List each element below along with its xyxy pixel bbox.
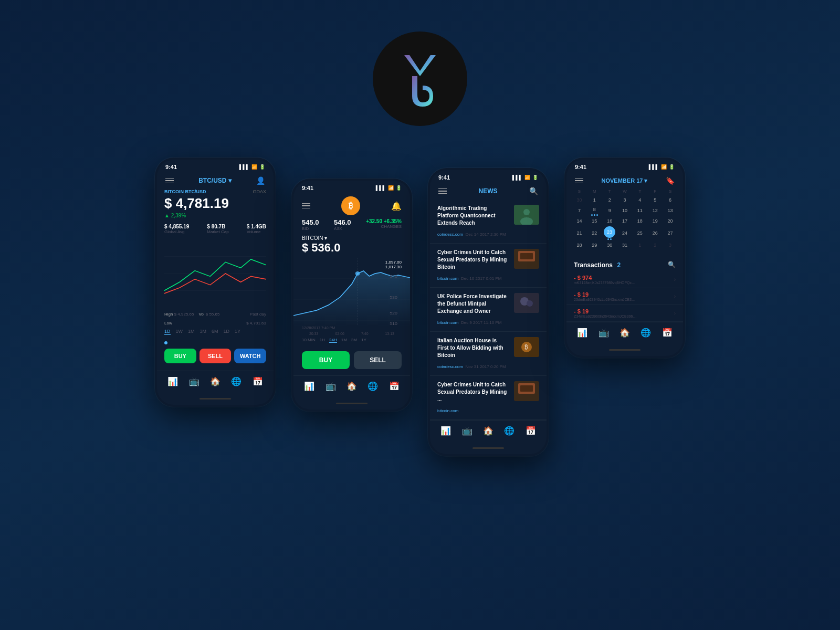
- phone2-btc-icon: ₿: [341, 196, 360, 215]
- phone3-nav-chart[interactable]: 📊: [440, 426, 451, 436]
- phone4-nav-globe[interactable]: 🌐: [640, 328, 651, 338]
- phone1-coin-name: BITCOIN BTC/USD: [164, 189, 206, 194]
- phone3-nav-tv[interactable]: 📺: [462, 426, 472, 436]
- phone2-menu-icon[interactable]: [302, 203, 310, 209]
- phone1-low-label: Low: [164, 321, 172, 326]
- phone2-scroll-indicator: [336, 403, 368, 404]
- phone4-calendar: 9:41 ▌▌▌ 📶 🔋 NOVEMBER 17 ▾ 🔖 S M: [564, 158, 685, 358]
- news-item-4[interactable]: Italian Auction House is First to Allow …: [430, 332, 547, 376]
- phone1-watch-button[interactable]: WATCH: [234, 349, 266, 363]
- news-source-3: bitcoin.com: [437, 320, 458, 325]
- news-item-2[interactable]: Cyber Crimes Unit to Catch Sexual Predat…: [430, 244, 547, 288]
- phone4-nav-tv[interactable]: 📺: [598, 328, 609, 338]
- phone1-buy-button[interactable]: BUY: [164, 349, 196, 363]
- phone2-high: 1,097.00: [385, 260, 402, 265]
- tx-amount-1: - $ 974: [574, 275, 637, 281]
- news-title-3: UK Police Force Investigate the Defunct …: [437, 293, 509, 315]
- phone1-high-label: High: [164, 312, 173, 317]
- phone1-tab-1d2[interactable]: 1D: [224, 329, 230, 335]
- phone3-bottom-nav: 📊 📺 🏠 🌐 📅: [430, 420, 547, 443]
- tx-arrow-3: ›: [674, 310, 676, 316]
- phone1-nav-home[interactable]: 🏠: [210, 376, 220, 386]
- phone3-menu-icon[interactable]: [438, 188, 447, 194]
- phone2-nav-tv[interactable]: 📺: [326, 381, 336, 391]
- phone1-tab-1y[interactable]: 1Y: [235, 329, 240, 335]
- phone4-menu-icon[interactable]: [575, 178, 583, 184]
- tx-hash-1: mK3128xnjKJs2737989vqBHOPQcvf834e8: [574, 281, 637, 285]
- phone1-time: 9:41: [165, 164, 177, 170]
- phone2-tab-1y[interactable]: 1Y: [361, 338, 366, 343]
- tx-hash-2: 23dmEa923940zLp2943ncxmJCB3940zLpX567: [574, 298, 637, 301]
- phone1-market-cap-label: Market Cap: [207, 229, 228, 234]
- phone2-tab-10min[interactable]: 10 MIN: [302, 338, 316, 343]
- phone2-bell-icon[interactable]: 🔔: [391, 201, 402, 211]
- phone2-tab-1h[interactable]: 1H: [320, 338, 325, 343]
- phone1-chart: [164, 239, 266, 308]
- phone1-nav-chart[interactable]: 📊: [167, 376, 178, 386]
- svg-text:510: 510: [390, 321, 397, 326]
- phone4-nav-calendar[interactable]: 📅: [662, 328, 673, 338]
- phone2-tab-3m[interactable]: 3M: [351, 338, 357, 343]
- phone2-top-nav: ₿ 🔔: [293, 193, 410, 218]
- phone4-bookmark-icon[interactable]: 🔖: [666, 176, 675, 185]
- phone4-tx-search[interactable]: 🔍: [668, 261, 676, 268]
- phone2-status-bar: 9:41 ▌▌▌ 📶 🔋: [293, 181, 410, 193]
- phone1-nav-globe[interactable]: 🌐: [231, 376, 242, 386]
- svg-rect-27: [520, 385, 533, 392]
- phone2-change-pct: +6.35%: [384, 218, 402, 224]
- phone1-status-icons: ▌▌▌ 📶 🔋: [239, 164, 265, 170]
- svg-point-14: [523, 209, 530, 215]
- phone2-change-label: CHANGES: [366, 224, 402, 229]
- phone1-sell-button[interactable]: SELL: [200, 349, 232, 363]
- phone2-ask: 546.0: [334, 218, 351, 226]
- tx-item-3[interactable]: - $ 19 Z34mEa923960ln3643ncxmJCB3960zLnX…: [566, 305, 683, 322]
- news-title-4: Italian Auction House is First to Allow …: [437, 337, 509, 359]
- phone1-profile-icon[interactable]: 👤: [256, 176, 265, 185]
- tx-amount-3: - $ 19: [574, 308, 637, 314]
- phone1-menu-icon[interactable]: [165, 178, 174, 184]
- phone1-trading: 9:41 ▌▌▌ 📶 🔋 BTC/USD ▾ 👤 BITCOIN BTC/USD: [155, 158, 276, 407]
- phone1-global-avg-label: Global Avg: [164, 229, 189, 234]
- phone2-buy-button[interactable]: BUY: [302, 351, 350, 369]
- phone2-nav-calendar[interactable]: 📅: [389, 381, 400, 391]
- phone2-trading: 9:41 ▌▌▌ 📶 🔋 ₿ 🔔 545.0: [291, 178, 412, 412]
- phone1-nav-calendar[interactable]: 📅: [253, 376, 263, 386]
- phone3-nav-calendar[interactable]: 📅: [526, 426, 536, 436]
- phone1-tab-6m[interactable]: 6M: [212, 329, 218, 335]
- phone1-volume: $ 1.4GB: [247, 224, 266, 229]
- phone1-tab-1m[interactable]: 1M: [188, 329, 195, 335]
- phone3-nav-globe[interactable]: 🌐: [504, 426, 514, 436]
- phone4-tx-list: - $ 974 mK3128xnjKJs2737989vqBHOPQcvf834…: [566, 271, 683, 322]
- phone2-nav-chart[interactable]: 📊: [304, 381, 314, 391]
- phone2-bottom-nav: 📊 📺 🏠 🌐 📅: [293, 375, 410, 398]
- phone1-action-buttons: BUY SELL WATCH: [164, 349, 266, 363]
- tx-item-2[interactable]: - $ 19 23dmEa923940zLp2943ncxmJCB3940zLp…: [566, 288, 683, 305]
- phone1-nav-title[interactable]: BTC/USD ▾: [198, 177, 232, 184]
- news-item-3[interactable]: UK Police Force Investigate the Defunct …: [430, 288, 547, 332]
- phone2-nav-globe[interactable]: 🌐: [368, 381, 378, 391]
- tx-item-1[interactable]: - $ 974 mK3128xnjKJs2737989vqBHOPQcvf834…: [566, 271, 683, 288]
- phone2-tab-1m[interactable]: 1M: [341, 338, 347, 343]
- phone2-tab-24h[interactable]: 24H: [329, 338, 337, 343]
- phone1-tab-3m[interactable]: 3M: [200, 329, 207, 335]
- news-date-3: Dec 9 2017 11:10 PM: [461, 320, 501, 325]
- phone1-tab-1d[interactable]: 1D: [164, 329, 171, 335]
- phone4-nav-chart[interactable]: 📊: [577, 328, 587, 338]
- phone3-nav-home[interactable]: 🏠: [483, 426, 494, 436]
- phone1-global-avg: $ 4,855.19: [164, 224, 189, 229]
- news-item-1[interactable]: Algorithmic Trading Platform Quantconnec…: [430, 200, 547, 244]
- svg-text:₿: ₿: [524, 343, 528, 351]
- phone3-status-bar: 9:41 ▌▌▌ 📶 🔋: [430, 170, 547, 183]
- phone2-sell-button[interactable]: SELL: [354, 351, 402, 369]
- phone4-nav-home[interactable]: 🏠: [620, 328, 630, 338]
- phone3-search-icon[interactable]: 🔍: [529, 187, 538, 195]
- phone2-nav-home[interactable]: 🏠: [346, 381, 357, 391]
- news-thumb-3: [514, 293, 539, 313]
- news-item-5[interactable]: Cyber Crimes Unit to Catch Sexual Predat…: [430, 376, 547, 420]
- phone2-coin-label: BITCOIN ▾: [302, 235, 402, 241]
- phone1-tab-1w[interactable]: 1W: [176, 329, 183, 335]
- phone1-change: ▲ 2,39%: [164, 213, 266, 218]
- phone1-nav-tv[interactable]: 📺: [189, 376, 200, 386]
- phone2-chart-main: 1,097.00 1,017.30: [293, 258, 410, 326]
- phone4-calendar-grid: S M T W T F S 30 1 2 3 4 5 6: [566, 189, 683, 256]
